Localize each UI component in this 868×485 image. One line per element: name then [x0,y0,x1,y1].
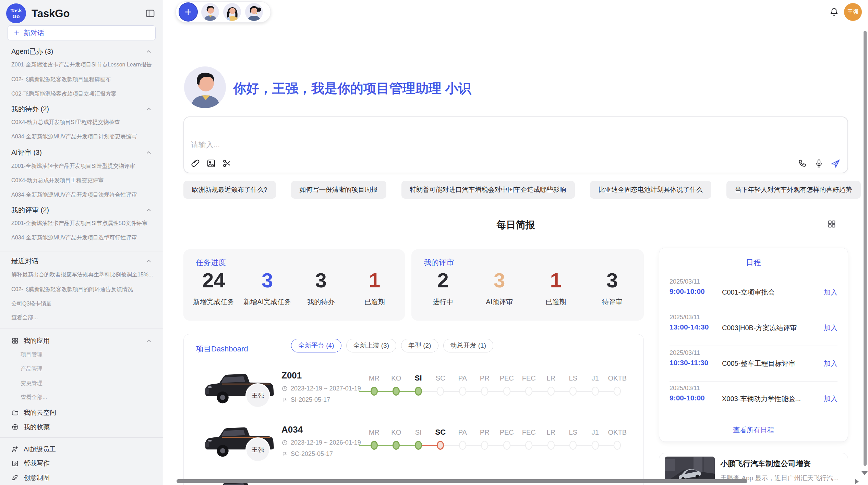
section-my-review[interactable]: 我的评审 (2) [11,206,142,215]
sidebar-item-cloud-space[interactable]: 我的云空间 [11,408,155,417]
assistant-avatar [184,66,226,108]
app-link-change-mgmt[interactable]: 变更管理 [21,380,155,387]
milestone-dot [481,441,488,450]
join-link[interactable]: 加入 [824,288,837,297]
filter-tab[interactable]: 全新上装 (3) [346,339,397,352]
suggestion-chip[interactable]: 比亚迪全固态电池计划具体说了什么 [590,181,711,199]
sidebar-collapse-icon[interactable] [145,8,155,18]
milestone-dot-done [415,441,422,450]
milestone-label: LR [540,374,562,383]
sidebar: Task Go TaskGo 新对话 Agent已办 (3) Z001-全新燃油… [0,0,163,485]
list-item[interactable]: C0X4-动力总成开发项目工程变更评审 [11,177,155,184]
scissors-icon[interactable] [222,158,232,169]
sidebar-item-favorites[interactable]: 我的收藏 [11,423,155,432]
apps-view-all[interactable]: 查看全部... [21,394,155,401]
suggestion-chip[interactable]: 如何写一份清晰的项目周报 [291,181,386,199]
scroll-down-arrow[interactable] [861,471,868,475]
layout-grid-icon[interactable] [827,219,836,229]
list-item[interactable]: 公司Q3轻卡销量 [11,300,155,308]
filter-tab[interactable]: 年型 (2) [401,339,438,352]
chevron-up-icon[interactable] [145,258,153,265]
news-title[interactable]: 小鹏飞行汽车制造公司增资 [720,459,811,469]
my-review-card: 我的评审 2进行中 3AI预评审 1已逾期 3待评审 [411,249,644,321]
list-item[interactable]: 解释最新出台的欧盟报废车法规再生塑料比例被调至15%... [11,271,155,278]
schedule-view-all[interactable]: 查看所有日程 [659,425,848,435]
task-progress-card: 任务进度 24新增完成任务 3新增AI完成任务 3我的待办 1已逾期 [183,249,405,321]
join-link[interactable]: 加入 [824,359,837,368]
list-item[interactable]: Z001-全新燃油轻卡产品开发项目SI造型提交物评审 [11,163,155,170]
suggestion-chip[interactable]: 特朗普可能对进口汽车增税会对中国车企造成哪些影响 [401,181,575,199]
stat-value: 3 [294,269,348,292]
section-recent-chats[interactable]: 最近对话 [11,257,142,266]
list-item[interactable]: A034-全新新能源MUV产品开发项目计划变更表编写 [11,133,155,140]
add-agent-button[interactable] [179,3,197,21]
sidebar-item-help-me-write[interactable]: 帮我写作 [11,459,155,468]
suggestion-chip[interactable]: 欧洲新规最近颁布了什么? [183,181,276,199]
notification-bell-icon[interactable] [829,7,839,17]
flag-icon [281,451,288,457]
section-my-todo[interactable]: 我的待办 (2) [11,104,142,114]
list-item[interactable]: A034-全新新能源MUV产品开发项目法规符合性评审 [11,191,155,199]
list-item[interactable]: C0X4-动力总成开发项目SI里程碑提交物检查 [11,119,155,126]
list-item[interactable]: A034-全新新能源MUV产品开发项目造型可行性评审 [11,234,155,241]
scroll-right-arrow[interactable] [855,479,859,484]
list-item[interactable]: Z001-全新燃油皮卡产品开发项目SI节点Lesson Learn报告 [11,61,155,69]
project-code[interactable]: Z001 [281,370,302,381]
app-link-product-mgmt[interactable]: 产品管理 [21,365,155,373]
milestone-label: SC [430,374,452,383]
suggestion-chip[interactable]: 当下年轻人对汽车外观有怎样的喜好趋势 [726,181,861,199]
milestone-dot [614,441,621,450]
chevron-up-icon[interactable] [145,207,153,214]
stat: 3AI预评审 [471,269,528,307]
filter-tab[interactable]: 动总开发 (1) [443,339,494,352]
image-icon[interactable] [206,158,216,169]
project-code[interactable]: A034 [281,424,303,435]
milestone-label: PA [451,374,474,383]
app-link-project-mgmt[interactable]: 项目管理 [21,351,155,358]
chevron-up-icon[interactable] [145,149,153,157]
milestone-label-current: SI [407,374,430,383]
join-link[interactable]: 加入 [824,394,837,403]
horizontal-scrollbar[interactable] [177,479,747,483]
chevron-up-icon[interactable] [145,48,153,55]
stat-value: 1 [348,269,402,292]
divider [670,310,837,310]
section-ai-review[interactable]: AI评审 (3) [11,148,142,157]
clock-icon [281,385,288,392]
milestone-label: PEC [496,428,518,437]
recent-view-all[interactable]: 查看全部... [11,314,155,321]
phone-icon[interactable] [797,158,808,169]
project-dates: 2023-12-19 ~ 2027-01-19 [281,385,361,392]
join-link[interactable]: 加入 [824,323,837,333]
node-date: SI-2025-05-17 [291,396,330,403]
milestone-label: FEC [518,428,540,437]
folder-icon [11,409,19,416]
section-agent-done[interactable]: Agent已办 (3) [11,47,142,56]
attachment-icon[interactable] [190,158,201,169]
schedule-meeting-title: C001-立项审批会 [722,288,775,297]
milestone-label: LR [540,428,562,437]
list-item[interactable]: C02-飞腾新能源轻客改款项目里程碑画布 [11,76,155,83]
chevron-up-icon[interactable] [145,337,153,345]
sidebar-item-my-apps[interactable]: 我的应用 [11,336,155,345]
avatar[interactable] [245,3,263,21]
avatar[interactable] [201,3,219,21]
sidebar-item-creative-drawing[interactable]: 创意制图 [11,473,155,482]
filter-tab[interactable]: 全新平台 (4) [291,339,341,352]
sidebar-item-ai-super-staff[interactable]: AI超级员工 [11,445,155,454]
chat-input[interactable]: 请输入... [183,116,848,173]
send-icon[interactable] [830,158,841,169]
avatar[interactable] [223,3,241,21]
list-item[interactable]: C02-飞腾新能源轻客改款项目的闭环通告反馈情况 [11,286,155,293]
mic-icon[interactable] [814,158,824,169]
list-item[interactable]: Z001-全新燃油轻卡产品开发项目SI节点属性5D文件评审 [11,220,155,227]
list-item[interactable]: C02-飞腾新能源轻客改款项目立项汇报方案 [11,90,155,98]
milestone-label: LS [562,428,584,437]
divider [670,381,837,382]
user-avatar[interactable]: 王强 [844,3,862,21]
logo-line1: Task [10,8,22,13]
milestone-dot [503,441,510,450]
new-chat-button[interactable]: 新对话 [8,25,156,40]
chevron-up-icon[interactable] [145,105,153,113]
vertical-scrollbar[interactable] [864,31,867,466]
